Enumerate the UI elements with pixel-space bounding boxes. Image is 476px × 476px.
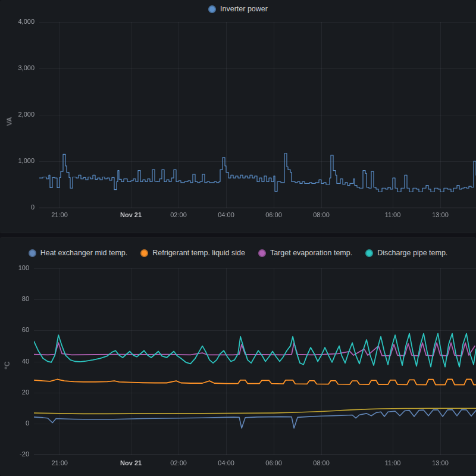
inverter-power-chart-area: VA xyxy=(0,18,476,231)
series-color-icon xyxy=(365,249,373,257)
legend-item-label: Heat exchanger mid temp. xyxy=(40,249,128,257)
legend-item-label: Refrigerant temp. liquid side xyxy=(152,249,245,257)
temperatures-legend: Heat exchanger mid temp.Refrigerant temp… xyxy=(0,238,476,261)
legend-item[interactable]: Target evaporation temp. xyxy=(258,249,352,257)
temperatures-chart-canvas[interactable] xyxy=(0,261,476,476)
inverter-power-legend: Inverter power xyxy=(0,0,476,18)
legend-item[interactable]: Heat exchanger mid temp. xyxy=(29,249,128,257)
series-color-icon xyxy=(29,249,36,257)
series-color-icon xyxy=(258,249,266,257)
legend-item-label: Inverter power xyxy=(220,5,268,13)
legend-item[interactable]: Inverter power xyxy=(208,5,268,13)
y-axis-unit-label: °C xyxy=(4,361,11,369)
series-color-icon xyxy=(140,249,148,257)
temperatures-chart-area: °C xyxy=(0,261,476,476)
legend-item[interactable]: Refrigerant temp. liquid side xyxy=(140,249,245,257)
panel-inverter-power: Inverter power VA xyxy=(0,0,476,233)
legend-item[interactable]: Discharge pipe temp. xyxy=(365,249,447,257)
series-color-icon xyxy=(208,5,216,13)
y-axis-unit-label: VA xyxy=(5,117,12,126)
panel-temperatures: Heat exchanger mid temp.Refrigerant temp… xyxy=(0,237,476,476)
legend-item-label: Target evaporation temp. xyxy=(270,249,352,257)
inverter-power-chart-canvas[interactable] xyxy=(0,18,476,231)
legend-item-label: Discharge pipe temp. xyxy=(377,249,447,257)
